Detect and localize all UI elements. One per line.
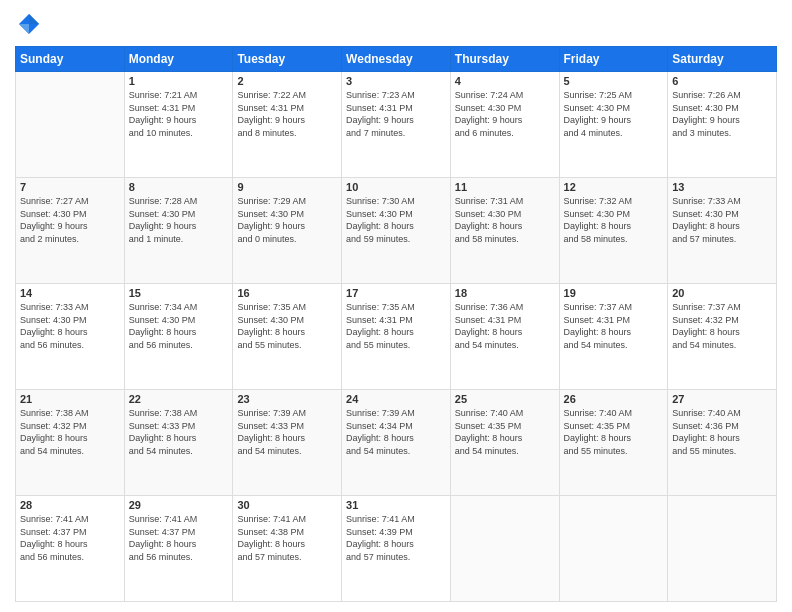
day-number: 20 bbox=[672, 287, 772, 299]
calendar-cell: 19Sunrise: 7:37 AM Sunset: 4:31 PM Dayli… bbox=[559, 284, 668, 390]
day-info: Sunrise: 7:36 AM Sunset: 4:31 PM Dayligh… bbox=[455, 301, 555, 351]
day-number: 17 bbox=[346, 287, 446, 299]
day-info: Sunrise: 7:39 AM Sunset: 4:34 PM Dayligh… bbox=[346, 407, 446, 457]
day-info: Sunrise: 7:38 AM Sunset: 4:32 PM Dayligh… bbox=[20, 407, 120, 457]
calendar-cell: 12Sunrise: 7:32 AM Sunset: 4:30 PM Dayli… bbox=[559, 178, 668, 284]
calendar-cell: 31Sunrise: 7:41 AM Sunset: 4:39 PM Dayli… bbox=[342, 496, 451, 602]
day-info: Sunrise: 7:27 AM Sunset: 4:30 PM Dayligh… bbox=[20, 195, 120, 245]
calendar-cell: 3Sunrise: 7:23 AM Sunset: 4:31 PM Daylig… bbox=[342, 72, 451, 178]
day-info: Sunrise: 7:41 AM Sunset: 4:37 PM Dayligh… bbox=[129, 513, 229, 563]
day-number: 22 bbox=[129, 393, 229, 405]
calendar-cell: 29Sunrise: 7:41 AM Sunset: 4:37 PM Dayli… bbox=[124, 496, 233, 602]
calendar-week-row-1: 1Sunrise: 7:21 AM Sunset: 4:31 PM Daylig… bbox=[16, 72, 777, 178]
weekday-header-thursday: Thursday bbox=[450, 47, 559, 72]
calendar-cell: 27Sunrise: 7:40 AM Sunset: 4:36 PM Dayli… bbox=[668, 390, 777, 496]
day-info: Sunrise: 7:34 AM Sunset: 4:30 PM Dayligh… bbox=[129, 301, 229, 351]
day-number: 1 bbox=[129, 75, 229, 87]
calendar-cell bbox=[450, 496, 559, 602]
day-info: Sunrise: 7:29 AM Sunset: 4:30 PM Dayligh… bbox=[237, 195, 337, 245]
calendar-cell: 23Sunrise: 7:39 AM Sunset: 4:33 PM Dayli… bbox=[233, 390, 342, 496]
weekday-header-row: SundayMondayTuesdayWednesdayThursdayFrid… bbox=[16, 47, 777, 72]
day-number: 3 bbox=[346, 75, 446, 87]
weekday-header-monday: Monday bbox=[124, 47, 233, 72]
calendar-cell: 13Sunrise: 7:33 AM Sunset: 4:30 PM Dayli… bbox=[668, 178, 777, 284]
day-info: Sunrise: 7:24 AM Sunset: 4:30 PM Dayligh… bbox=[455, 89, 555, 139]
day-info: Sunrise: 7:30 AM Sunset: 4:30 PM Dayligh… bbox=[346, 195, 446, 245]
day-number: 14 bbox=[20, 287, 120, 299]
day-info: Sunrise: 7:33 AM Sunset: 4:30 PM Dayligh… bbox=[20, 301, 120, 351]
calendar-cell: 17Sunrise: 7:35 AM Sunset: 4:31 PM Dayli… bbox=[342, 284, 451, 390]
day-info: Sunrise: 7:41 AM Sunset: 4:39 PM Dayligh… bbox=[346, 513, 446, 563]
calendar-cell bbox=[559, 496, 668, 602]
calendar-cell: 11Sunrise: 7:31 AM Sunset: 4:30 PM Dayli… bbox=[450, 178, 559, 284]
calendar-cell: 7Sunrise: 7:27 AM Sunset: 4:30 PM Daylig… bbox=[16, 178, 125, 284]
day-info: Sunrise: 7:21 AM Sunset: 4:31 PM Dayligh… bbox=[129, 89, 229, 139]
day-number: 29 bbox=[129, 499, 229, 511]
day-number: 6 bbox=[672, 75, 772, 87]
weekday-header-saturday: Saturday bbox=[668, 47, 777, 72]
calendar-cell: 30Sunrise: 7:41 AM Sunset: 4:38 PM Dayli… bbox=[233, 496, 342, 602]
day-number: 24 bbox=[346, 393, 446, 405]
calendar-week-row-2: 7Sunrise: 7:27 AM Sunset: 4:30 PM Daylig… bbox=[16, 178, 777, 284]
page: SundayMondayTuesdayWednesdayThursdayFrid… bbox=[0, 0, 792, 612]
header bbox=[15, 10, 777, 38]
calendar-cell: 21Sunrise: 7:38 AM Sunset: 4:32 PM Dayli… bbox=[16, 390, 125, 496]
day-number: 2 bbox=[237, 75, 337, 87]
weekday-header-sunday: Sunday bbox=[16, 47, 125, 72]
svg-marker-1 bbox=[29, 14, 39, 24]
day-info: Sunrise: 7:23 AM Sunset: 4:31 PM Dayligh… bbox=[346, 89, 446, 139]
calendar-week-row-5: 28Sunrise: 7:41 AM Sunset: 4:37 PM Dayli… bbox=[16, 496, 777, 602]
day-info: Sunrise: 7:26 AM Sunset: 4:30 PM Dayligh… bbox=[672, 89, 772, 139]
day-number: 19 bbox=[564, 287, 664, 299]
calendar-cell: 8Sunrise: 7:28 AM Sunset: 4:30 PM Daylig… bbox=[124, 178, 233, 284]
day-info: Sunrise: 7:41 AM Sunset: 4:38 PM Dayligh… bbox=[237, 513, 337, 563]
day-info: Sunrise: 7:40 AM Sunset: 4:35 PM Dayligh… bbox=[455, 407, 555, 457]
day-info: Sunrise: 7:37 AM Sunset: 4:31 PM Dayligh… bbox=[564, 301, 664, 351]
day-number: 30 bbox=[237, 499, 337, 511]
day-info: Sunrise: 7:31 AM Sunset: 4:30 PM Dayligh… bbox=[455, 195, 555, 245]
calendar-cell: 16Sunrise: 7:35 AM Sunset: 4:30 PM Dayli… bbox=[233, 284, 342, 390]
calendar-cell: 24Sunrise: 7:39 AM Sunset: 4:34 PM Dayli… bbox=[342, 390, 451, 496]
day-number: 4 bbox=[455, 75, 555, 87]
calendar-cell: 2Sunrise: 7:22 AM Sunset: 4:31 PM Daylig… bbox=[233, 72, 342, 178]
day-info: Sunrise: 7:35 AM Sunset: 4:31 PM Dayligh… bbox=[346, 301, 446, 351]
calendar-cell: 5Sunrise: 7:25 AM Sunset: 4:30 PM Daylig… bbox=[559, 72, 668, 178]
logo bbox=[15, 10, 47, 38]
day-info: Sunrise: 7:28 AM Sunset: 4:30 PM Dayligh… bbox=[129, 195, 229, 245]
calendar-table: SundayMondayTuesdayWednesdayThursdayFrid… bbox=[15, 46, 777, 602]
day-number: 5 bbox=[564, 75, 664, 87]
day-number: 31 bbox=[346, 499, 446, 511]
day-number: 27 bbox=[672, 393, 772, 405]
calendar-cell: 22Sunrise: 7:38 AM Sunset: 4:33 PM Dayli… bbox=[124, 390, 233, 496]
day-number: 7 bbox=[20, 181, 120, 193]
day-number: 15 bbox=[129, 287, 229, 299]
day-info: Sunrise: 7:38 AM Sunset: 4:33 PM Dayligh… bbox=[129, 407, 229, 457]
svg-marker-2 bbox=[19, 24, 29, 34]
calendar-cell: 9Sunrise: 7:29 AM Sunset: 4:30 PM Daylig… bbox=[233, 178, 342, 284]
day-info: Sunrise: 7:37 AM Sunset: 4:32 PM Dayligh… bbox=[672, 301, 772, 351]
calendar-cell: 4Sunrise: 7:24 AM Sunset: 4:30 PM Daylig… bbox=[450, 72, 559, 178]
calendar-cell: 14Sunrise: 7:33 AM Sunset: 4:30 PM Dayli… bbox=[16, 284, 125, 390]
day-number: 8 bbox=[129, 181, 229, 193]
day-number: 9 bbox=[237, 181, 337, 193]
calendar-week-row-4: 21Sunrise: 7:38 AM Sunset: 4:32 PM Dayli… bbox=[16, 390, 777, 496]
day-number: 26 bbox=[564, 393, 664, 405]
day-number: 28 bbox=[20, 499, 120, 511]
day-info: Sunrise: 7:40 AM Sunset: 4:36 PM Dayligh… bbox=[672, 407, 772, 457]
calendar-cell: 25Sunrise: 7:40 AM Sunset: 4:35 PM Dayli… bbox=[450, 390, 559, 496]
day-number: 12 bbox=[564, 181, 664, 193]
day-info: Sunrise: 7:39 AM Sunset: 4:33 PM Dayligh… bbox=[237, 407, 337, 457]
calendar-cell: 10Sunrise: 7:30 AM Sunset: 4:30 PM Dayli… bbox=[342, 178, 451, 284]
day-number: 11 bbox=[455, 181, 555, 193]
calendar-cell: 18Sunrise: 7:36 AM Sunset: 4:31 PM Dayli… bbox=[450, 284, 559, 390]
day-number: 10 bbox=[346, 181, 446, 193]
day-info: Sunrise: 7:33 AM Sunset: 4:30 PM Dayligh… bbox=[672, 195, 772, 245]
day-info: Sunrise: 7:35 AM Sunset: 4:30 PM Dayligh… bbox=[237, 301, 337, 351]
day-info: Sunrise: 7:25 AM Sunset: 4:30 PM Dayligh… bbox=[564, 89, 664, 139]
day-number: 21 bbox=[20, 393, 120, 405]
calendar-cell: 20Sunrise: 7:37 AM Sunset: 4:32 PM Dayli… bbox=[668, 284, 777, 390]
logo-icon bbox=[15, 10, 43, 38]
calendar-cell: 1Sunrise: 7:21 AM Sunset: 4:31 PM Daylig… bbox=[124, 72, 233, 178]
calendar-cell bbox=[668, 496, 777, 602]
day-number: 16 bbox=[237, 287, 337, 299]
